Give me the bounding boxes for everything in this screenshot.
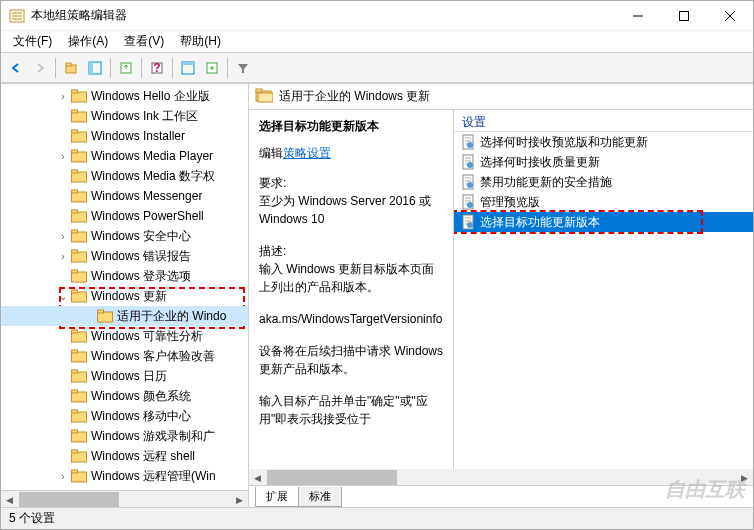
tree-item[interactable]: ›Windows 错误报告: [1, 246, 248, 266]
details-body: 选择目标功能更新版本 编辑策略设置 要求: 至少为 Windows Server…: [249, 110, 753, 485]
tree-item[interactable]: 适用于企业的 Windo: [1, 306, 248, 326]
settings-list[interactable]: 选择何时接收预览版和功能更新选择何时接收质量更新禁用功能更新的安全措施管理预览版…: [454, 132, 753, 485]
window-controls: [615, 1, 753, 31]
tree-item-label: Windows 登录选项: [91, 268, 191, 285]
folder-icon: [71, 109, 87, 123]
tree-item[interactable]: Windows 日历: [1, 366, 248, 386]
folder-open-icon: [255, 87, 273, 106]
tree-item-label: Windows Installer: [91, 129, 185, 143]
scroll-left-icon[interactable]: ◀: [1, 491, 18, 507]
policy-icon: [460, 134, 476, 150]
tree-item[interactable]: Windows 登录选项: [1, 266, 248, 286]
tree-item-label: Windows PowerShell: [91, 209, 204, 223]
tree-item-label: Windows Hello 企业版: [91, 88, 210, 105]
properties-button[interactable]: [177, 57, 199, 79]
setting-item[interactable]: 选择目标功能更新版本: [454, 212, 753, 232]
setting-item-label: 禁用功能更新的安全措施: [480, 174, 612, 191]
scroll-left-icon[interactable]: ◀: [249, 469, 266, 486]
tree-item[interactable]: ⌄Windows 更新: [1, 286, 248, 306]
folder-icon: [71, 429, 87, 443]
tree-scrollbar-h[interactable]: ◀ ▶: [1, 490, 248, 507]
expand-icon[interactable]: ›: [57, 470, 69, 482]
svg-rect-31: [72, 210, 78, 213]
folder-icon: [71, 269, 87, 283]
up-button[interactable]: [60, 57, 82, 79]
svg-point-85: [467, 222, 473, 228]
scroll-right-icon[interactable]: ▶: [231, 491, 248, 507]
folder-icon: [71, 89, 87, 103]
setting-item[interactable]: 选择何时接收质量更新: [454, 152, 753, 172]
tab-extended[interactable]: 扩展: [255, 487, 299, 507]
svg-rect-39: [72, 290, 78, 293]
folder-icon: [71, 229, 87, 243]
svg-rect-19: [72, 90, 78, 93]
tree-item[interactable]: Windows 远程 shell: [1, 446, 248, 466]
tree-item[interactable]: Windows 移动中心: [1, 406, 248, 426]
forward-button[interactable]: [29, 57, 51, 79]
svg-rect-33: [72, 230, 78, 233]
tree-item[interactable]: Windows Ink 工作区: [1, 106, 248, 126]
folder-icon: [71, 389, 87, 403]
expand-icon[interactable]: ›: [57, 90, 69, 102]
filter-button[interactable]: [232, 57, 254, 79]
export-button[interactable]: [115, 57, 137, 79]
help-button[interactable]: [201, 57, 223, 79]
tree-item[interactable]: ›Windows Media Player: [1, 146, 248, 166]
menubar: 文件(F) 操作(A) 查看(V) 帮助(H): [1, 31, 753, 53]
setting-item[interactable]: 禁用功能更新的安全措施: [454, 172, 753, 192]
folder-icon: [71, 289, 87, 303]
statusbar: 5 个设置: [1, 507, 753, 529]
refresh-button[interactable]: ?: [146, 57, 168, 79]
tree-item-label: Windows Media 数字权: [91, 168, 215, 185]
settings-column-header[interactable]: 设置: [454, 110, 753, 132]
back-button[interactable]: [5, 57, 27, 79]
collapse-icon[interactable]: ⌄: [57, 290, 69, 302]
tab-standard[interactable]: 标准: [298, 487, 342, 507]
svg-point-65: [467, 142, 473, 148]
menu-view[interactable]: 查看(V): [116, 31, 172, 52]
tree-item[interactable]: Windows 客户体验改善: [1, 346, 248, 366]
view-tabs: 扩展 标准 ◀ ▶: [249, 485, 753, 507]
window-title: 本地组策略编辑器: [31, 7, 615, 24]
setting-item[interactable]: 选择何时接收预览版和功能更新: [454, 132, 753, 152]
expand-icon[interactable]: ›: [57, 230, 69, 242]
svg-rect-27: [72, 170, 78, 173]
expand-icon[interactable]: ›: [57, 150, 69, 162]
tree-item[interactable]: Windows Media 数字权: [1, 166, 248, 186]
minimize-button[interactable]: [615, 1, 661, 31]
svg-rect-57: [72, 470, 78, 473]
svg-rect-53: [72, 430, 78, 433]
tree-item[interactable]: Windows 可靠性分析: [1, 326, 248, 346]
show-hide-tree-button[interactable]: [84, 57, 106, 79]
tree-item[interactable]: Windows Messenger: [1, 186, 248, 206]
folder-icon: [71, 409, 87, 423]
tree-item[interactable]: Windows 颜色系统: [1, 386, 248, 406]
policy-icon: [460, 194, 476, 210]
menu-help[interactable]: 帮助(H): [172, 31, 229, 52]
tree-item[interactable]: ›Windows 安全中心: [1, 226, 248, 246]
tree-item[interactable]: Windows Installer: [1, 126, 248, 146]
details-panel: 适用于企业的 Windows 更新 选择目标功能更新版本 编辑策略设置 要求: …: [249, 84, 753, 507]
maximize-button[interactable]: [661, 1, 707, 31]
folder-icon: [71, 209, 87, 223]
close-button[interactable]: [707, 1, 753, 31]
edit-policy-link[interactable]: 策略设置: [283, 146, 331, 160]
svg-text:?: ?: [153, 61, 160, 75]
tree-item[interactable]: Windows PowerShell: [1, 206, 248, 226]
svg-rect-59: [256, 89, 262, 92]
tree-item-label: Windows Messenger: [91, 189, 202, 203]
policy-icon: [460, 154, 476, 170]
menu-action[interactable]: 操作(A): [60, 31, 116, 52]
tree-item[interactable]: ›Windows 远程管理(Win: [1, 466, 248, 486]
policy-icon: [460, 174, 476, 190]
tree-item[interactable]: ›Windows Hello 企业版: [1, 86, 248, 106]
tree-item-label: Windows 错误报告: [91, 248, 191, 265]
svg-rect-5: [680, 11, 689, 20]
menu-file[interactable]: 文件(F): [5, 31, 60, 52]
tree-body[interactable]: ›Windows Hello 企业版Windows Ink 工作区Windows…: [1, 84, 248, 490]
tree-item[interactable]: Windows 游戏录制和广: [1, 426, 248, 446]
expand-icon[interactable]: ›: [57, 250, 69, 262]
scroll-right-icon[interactable]: ▶: [736, 469, 753, 486]
svg-rect-29: [72, 190, 78, 193]
setting-item[interactable]: 管理预览版: [454, 192, 753, 212]
